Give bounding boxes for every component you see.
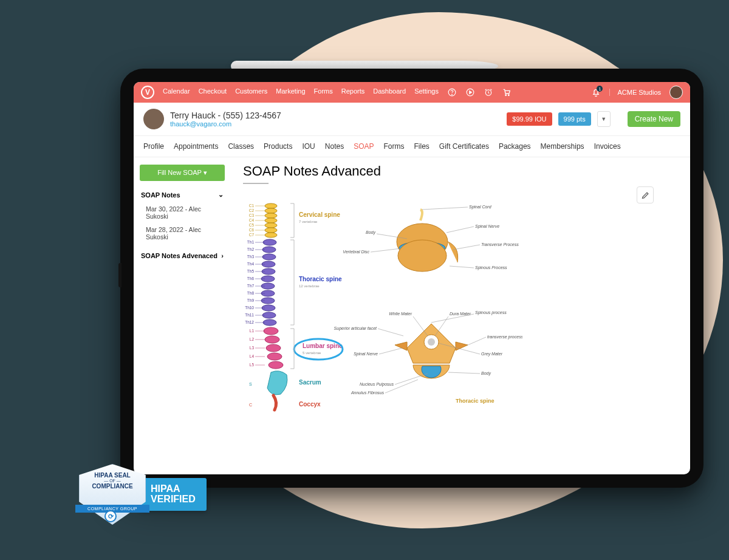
- customer-info: Terry Hauck - (555) 123-4567 thauck@vaga…: [170, 111, 501, 128]
- nav-settings[interactable]: Settings: [414, 87, 439, 97]
- svg-line-107: [395, 374, 428, 384]
- tab-iou[interactable]: IOU: [302, 142, 315, 151]
- svg-line-90: [453, 245, 480, 250]
- play-icon[interactable]: [465, 87, 475, 97]
- help-icon[interactable]: [447, 87, 457, 97]
- sidebar-item-note-2[interactable]: Mar 28, 2022 - Alec Sukoski: [140, 223, 225, 244]
- spine-diagram: [261, 203, 287, 410]
- svg-point-29: [269, 361, 283, 369]
- svg-text:Nucleus Pulposus: Nucleus Pulposus: [360, 382, 394, 387]
- svg-point-4: [505, 95, 507, 96]
- clock-icon[interactable]: [484, 87, 493, 97]
- tab-memberships[interactable]: Memberships: [541, 142, 584, 151]
- anatomy-diagram: C1C2C3C4C5C6C7 Th1Th2Th3Th4Th5Th6Th7Th8T…: [243, 196, 516, 421]
- nav-reports[interactable]: Reports: [341, 87, 365, 97]
- hipaa-seal-line2: COMPLIANCE: [92, 483, 132, 490]
- svg-text:Th6: Th6: [247, 276, 255, 281]
- svg-point-8: [265, 213, 277, 218]
- chevron-down-icon: ⌄: [218, 191, 224, 199]
- svg-text:Grey Mater: Grey Mater: [481, 352, 503, 357]
- create-new-button[interactable]: Create New: [628, 111, 680, 127]
- svg-text:Th5: Th5: [247, 269, 255, 273]
- label-cervical: Cervical spine: [299, 211, 340, 218]
- svg-point-99: [428, 338, 435, 346]
- tab-appointments[interactable]: Appointments: [174, 142, 218, 151]
- customer-avatar[interactable]: [143, 109, 164, 129]
- pencil-icon: [641, 191, 650, 200]
- fill-new-soap-button[interactable]: Fill New SOAP ▾: [140, 165, 225, 181]
- tab-products[interactable]: Products: [264, 142, 292, 151]
- svg-text:Th10: Th10: [245, 306, 254, 310]
- svg-text:Th4: Th4: [247, 262, 255, 266]
- top-nav: V Calendar Checkout Customers Marketing …: [134, 82, 690, 103]
- svg-point-26: [265, 336, 279, 343]
- nav-right: 1 ACME Studios: [591, 86, 683, 99]
- user-avatar[interactable]: [669, 86, 683, 99]
- svg-point-11: [265, 228, 277, 233]
- nav-forms[interactable]: Forms: [314, 87, 333, 97]
- logo[interactable]: V: [141, 86, 154, 99]
- hipaa-seal: HIPAA SEAL — OF — COMPLIANCE COMPLIANCY …: [79, 464, 146, 525]
- svg-text:White Mater: White Mater: [389, 312, 412, 316]
- svg-point-85: [398, 240, 447, 271]
- label-sacrum: Sacrum: [299, 379, 321, 386]
- svg-point-10: [265, 223, 277, 228]
- svg-text:Annulus Fibrosus: Annulus Fibrosus: [351, 391, 385, 395]
- edit-button[interactable]: [637, 186, 654, 203]
- svg-text:Thoracic spine: Thoracic spine: [456, 398, 495, 404]
- svg-text:Spinous process: Spinous process: [475, 310, 507, 315]
- tab-files[interactable]: Files: [414, 142, 430, 151]
- tab-notes[interactable]: Notes: [325, 142, 344, 151]
- tablet-frame: V Calendar Checkout Customers Marketing …: [120, 69, 703, 488]
- svg-text:C: C: [249, 403, 252, 407]
- tab-classes[interactable]: Classes: [228, 142, 254, 151]
- svg-text:Spinal Cord: Spinal Cord: [469, 205, 492, 210]
- bell-icon[interactable]: 1: [591, 87, 601, 97]
- svg-text:Dura Mater: Dura Mater: [450, 312, 471, 316]
- label-lumbar: Lumbar spine: [303, 343, 343, 349]
- label-coccyx: Coccyx: [299, 401, 321, 408]
- badge-dropdown[interactable]: ▼: [597, 111, 611, 127]
- sidebar-group-soap-notes-advanced[interactable]: SOAP Notes Advenaced ›: [140, 248, 225, 263]
- nav-marketing[interactable]: Marketing: [276, 87, 305, 97]
- svg-text:Th1: Th1: [247, 240, 255, 244]
- svg-line-109: [378, 329, 403, 336]
- nav-calendar[interactable]: Calendar: [163, 87, 190, 97]
- sidebar-item-note-1[interactable]: Mar 30, 2022 - Alec Sukoski: [140, 202, 225, 223]
- svg-text:C2: C2: [249, 208, 255, 213]
- nav-dashboard[interactable]: Dashboard: [373, 87, 406, 97]
- svg-text:Th12: Th12: [245, 320, 254, 324]
- cart-icon[interactable]: [502, 87, 512, 97]
- svg-text:L3: L3: [250, 346, 255, 350]
- main: SOAP Notes Advanced: [231, 157, 690, 474]
- tab-profile[interactable]: Profile: [143, 142, 164, 151]
- svg-text:Superior articular facet: Superior articular facet: [334, 326, 377, 331]
- nav-customers[interactable]: Customers: [235, 87, 267, 97]
- customer-email[interactable]: thauck@vagaro.com: [170, 120, 501, 128]
- svg-text:C1: C1: [249, 203, 255, 208]
- tab-forms[interactable]: Forms: [384, 142, 405, 151]
- svg-text:Th9: Th9: [247, 298, 255, 302]
- sidebar-group-soap-notes[interactable]: SOAP Notes ⌄: [140, 187, 225, 202]
- hipaa-seal-line1: HIPAA SEAL: [94, 472, 130, 479]
- svg-line-100: [413, 316, 428, 336]
- svg-text:L5: L5: [250, 363, 255, 367]
- notification-count: 1: [597, 86, 603, 92]
- page-title: SOAP Notes Advanced: [243, 163, 678, 179]
- svg-line-89: [371, 248, 401, 252]
- svg-text:L2: L2: [250, 337, 255, 341]
- tab-invoices[interactable]: Invoices: [594, 142, 621, 151]
- svg-text:Th11: Th11: [245, 313, 254, 317]
- tab-soap[interactable]: SOAP: [354, 142, 374, 151]
- iou-badge[interactable]: $99.99 IOU: [507, 112, 552, 126]
- tab-packages[interactable]: Packages: [499, 142, 531, 151]
- nav-checkout[interactable]: Checkout: [199, 87, 227, 97]
- svg-text:Spinal Nerve: Spinal Nerve: [475, 224, 499, 229]
- svg-line-106: [379, 348, 402, 354]
- tab-gift-certificates[interactable]: Gift Certificates: [439, 142, 489, 151]
- business-name[interactable]: ACME Studios: [609, 89, 661, 96]
- points-badge[interactable]: 999 pts: [558, 112, 591, 126]
- svg-text:Th2: Th2: [247, 247, 255, 251]
- vertebra-top-diagram: White Mater Dura Mater Spinous process t…: [334, 310, 522, 404]
- svg-text:Th3: Th3: [247, 254, 255, 259]
